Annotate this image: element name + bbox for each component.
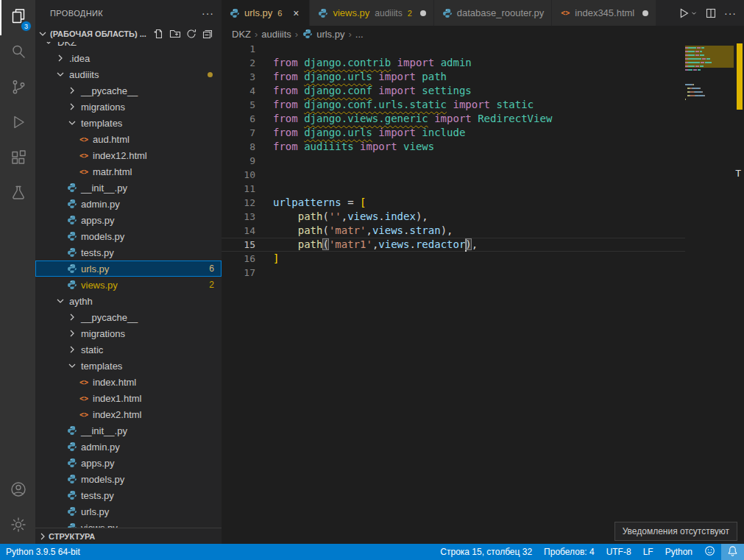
code-line-8[interactable]: 8from audiiits import views — [222, 140, 685, 154]
tree-folder-static[interactable]: static — [35, 341, 222, 358]
code-line-4[interactable]: 4from django.conf import settings — [222, 84, 685, 98]
tree-file-index2.html[interactable]: <>index2.html — [35, 406, 222, 422]
tree-file-index.html[interactable]: <>index.html — [35, 374, 222, 390]
code-line-11[interactable]: 11 — [222, 182, 685, 196]
code-line-14[interactable]: 14 path('matr',views.stran), — [222, 224, 685, 238]
workspace-section-header[interactable]: (РАБОЧАЯ ОБЛАСТЬ) ... — [35, 26, 222, 42]
activity-run-debug-button[interactable] — [0, 106, 35, 141]
tree-file-urls.py[interactable]: urls.py6 — [35, 260, 222, 277]
collapse-all-icon[interactable] — [201, 27, 214, 40]
tree-folder-__pycache__[interactable]: __pycache__ — [35, 82, 222, 99]
code-line-17[interactable]: 17 — [222, 266, 685, 280]
tab-database_roouter.py[interactable]: database_roouter.py — [434, 0, 553, 26]
refresh-icon[interactable] — [185, 27, 198, 40]
tree-file-index1.html[interactable]: <>index1.html — [35, 390, 222, 406]
new-file-icon[interactable] — [152, 27, 166, 40]
tree-file-index12.html[interactable]: <>index12.html — [35, 147, 222, 163]
activity-accounts-button[interactable] — [0, 473, 35, 508]
chevron-right-icon — [66, 85, 78, 96]
code-token: import — [378, 127, 416, 138]
code-line-15[interactable]: 15 path('matr1',views.redactor), — [222, 238, 685, 252]
tree-folder-.idea[interactable]: .idea — [35, 50, 222, 66]
code-line-2[interactable]: 2from django.contrib import admin — [222, 56, 685, 70]
activity-testing-button[interactable] — [0, 177, 35, 212]
activity-source-control-button[interactable] — [0, 71, 35, 106]
code-line-13[interactable]: 13 path('',views.index), — [222, 210, 685, 224]
code-line-6[interactable]: 6from django.views.generic import Redire… — [222, 112, 685, 126]
tree-folder-migrations[interactable]: migrations — [35, 99, 222, 115]
split-editor-button[interactable] — [705, 7, 717, 19]
tree-folder-templates[interactable]: templates — [35, 115, 222, 131]
status-notifications-bell[interactable] — [721, 544, 744, 560]
activity-search-button[interactable] — [0, 35, 35, 71]
breadcrumb-item-audiiits[interactable]: audiiits — [261, 29, 291, 40]
python-file-icon — [66, 522, 78, 528]
tree-file-__init__.py[interactable]: __init__.py — [35, 180, 222, 196]
breadcrumb-item-DKZ[interactable]: DKZ — [232, 29, 251, 40]
run-python-file-button[interactable] — [677, 7, 698, 20]
tree-folder-templates[interactable]: templates — [35, 358, 222, 374]
python-file-icon — [66, 457, 78, 469]
code-line-16[interactable]: 16] — [222, 252, 685, 266]
tab-index345.html[interactable]: <>index345.html — [552, 0, 656, 26]
tree-file-models.py[interactable]: models.py — [35, 471, 222, 487]
tree-file-apps.py[interactable]: apps.py — [35, 212, 222, 228]
tree-file-urls.py[interactable]: urls.py — [35, 503, 222, 520]
tree-file-tests.py[interactable]: tests.py — [35, 487, 222, 503]
activity-explorer-button[interactable]: 3 — [0, 0, 35, 35]
tree-file-matr.html[interactable]: <>matr.html — [35, 163, 222, 180]
tree-file-tests.py[interactable]: tests.py — [35, 244, 222, 260]
close-icon[interactable]: × — [290, 7, 302, 19]
tab-views.py[interactable]: views.pyaudiiits2 — [310, 0, 433, 26]
status-cursor-position[interactable]: Строка 15, столбец 32 — [434, 544, 538, 560]
tree-folder-migrations[interactable]: migrations — [35, 325, 222, 341]
python-file-icon — [66, 198, 78, 210]
status-bar-left: Python 3.9.5 64-bit011 — [0, 544, 86, 560]
tree-folder-aythh[interactable]: aythh — [35, 293, 222, 309]
tree-file-__init__.py[interactable]: __init__.py — [35, 422, 222, 439]
tree-file-apps.py[interactable]: apps.py — [35, 455, 222, 471]
tree-file-models.py[interactable]: models.py — [35, 228, 222, 244]
status-encoding[interactable]: UTF-8 — [600, 544, 637, 560]
source-control-icon — [10, 78, 27, 99]
tree-item-label: index2.html — [93, 409, 141, 420]
code-line-9[interactable]: 9 — [222, 154, 685, 168]
activity-extensions-button[interactable] — [0, 141, 35, 177]
tab-problems-badge: 2 — [408, 9, 412, 18]
status-language-mode[interactable]: Python — [659, 544, 698, 560]
code-editor[interactable]: 12from django.contrib import admin3from … — [222, 42, 685, 544]
editor-scrollbar[interactable] — [734, 26, 744, 544]
more-actions-button[interactable]: ··· — [724, 7, 737, 19]
tree-item-label: aud.html — [93, 134, 130, 145]
sidebar-more-actions-button[interactable]: ··· — [202, 7, 214, 19]
minimap[interactable] — [685, 42, 734, 104]
status-indentation[interactable]: Пробелов: 4 — [538, 544, 600, 560]
tree-file-admin.py[interactable]: admin.py — [35, 439, 222, 455]
code-line-3[interactable]: 3from django.urls import path — [222, 70, 685, 84]
tree-file-views.py[interactable]: views.py2 — [35, 277, 222, 293]
code-token: from — [273, 141, 304, 152]
tree-item-label: views.py — [81, 280, 118, 291]
code-line-7[interactable]: 7from django.urls import include — [222, 126, 685, 140]
code-line-5[interactable]: 5from django.conf.urls.static import sta… — [222, 98, 685, 112]
breadcrumb-item-urls.py[interactable]: urls.py — [302, 28, 344, 40]
tree-folder-__pycache__[interactable]: __pycache__ — [35, 309, 222, 325]
tree-file-views.py[interactable]: views.py — [35, 520, 222, 528]
status-eol[interactable]: LF — [637, 544, 659, 560]
tree-file-aud.html[interactable]: <>aud.html — [35, 131, 222, 147]
tree-item-label: aythh — [69, 296, 93, 307]
run-debug-icon — [10, 113, 27, 134]
code-line-10[interactable]: 10 — [222, 168, 685, 182]
activity-settings-button[interactable] — [0, 508, 35, 544]
tree-folder-audiiits[interactable]: audiiits — [35, 66, 222, 82]
tree-file-admin.py[interactable]: admin.py — [35, 196, 222, 212]
status-feedback[interactable] — [698, 544, 721, 560]
new-folder-icon[interactable] — [169, 27, 182, 40]
code-line-1[interactable]: 1 — [222, 42, 685, 56]
tab-urls.py[interactable]: urls.py6× — [222, 0, 310, 26]
breadcrumb-item-...[interactable]: ... — [355, 29, 364, 40]
code-token: path — [422, 71, 447, 82]
status-python-interpreter[interactable]: Python 3.9.5 64-bit — [0, 544, 86, 560]
outline-section-header[interactable]: СТРУКТУРА — [35, 528, 222, 544]
code-line-12[interactable]: 12urlpatterns = [ — [222, 196, 685, 210]
